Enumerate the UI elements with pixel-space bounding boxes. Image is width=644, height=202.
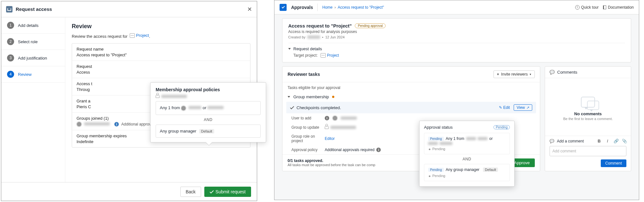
project-icon [130,33,135,38]
request-details-toggle[interactable]: Request details [288,43,625,51]
request-subtitle: Access is required for analysis purposes [288,29,625,34]
target-project-link[interactable]: Project [327,53,339,58]
task-group-row[interactable]: Group membership [282,92,540,102]
chevron-right-icon: › [334,5,336,10]
chevron-down-icon [288,96,290,98]
approved-hint: All tasks must be approved before the ta… [288,163,375,167]
info-icon[interactable]: i [376,148,381,152]
info-icon[interactable]: i [114,122,119,126]
chevron-down-icon [288,48,291,50]
app-title: Approvals [291,5,313,10]
approval-status-popover: Approval status Pending Pending Any 1 fr… [419,121,515,187]
redacted-text [478,137,487,140]
request-access-dialog: Request access ✕ 1 Add details 2 Select … [1,1,257,201]
review-subtitle: Review the access request for Project . [72,33,250,39]
popover-title: Membership approval policies [156,87,261,92]
info-icon[interactable]: i [325,116,329,120]
reviewer-tasks-heading: Reviewer tasks [288,72,320,77]
step-label: Add details [18,23,38,28]
request-meta: Created by • 12 Jun 2024 [288,35,625,39]
tasks-subtitle: Tasks eligible for your approval [282,82,540,92]
step-add-details[interactable]: 1 Add details [1,17,65,34]
editor-role-link[interactable]: Editor [325,136,335,141]
check-icon [209,189,214,193]
step-select-role[interactable]: 2 Select role [1,34,65,50]
breadcrumb-page[interactable]: Access request to "Project" [338,5,384,10]
popover-group-link[interactable] [156,95,261,98]
approval-rule-1: Pending Any 1 from or Pending [424,133,510,154]
row-request-name: Request name Access request to "Project" [72,44,250,61]
documentation-link[interactable]: Documentation [603,5,634,10]
wizard-steps: 1 Add details 2 Select role 3 Add justif… [1,17,65,182]
step-label: Select role [18,39,37,44]
avatar [77,122,82,127]
request-summary-card: Access request to "Project" Pending appr… [282,18,631,62]
page-title: Access request to "Project" [288,23,352,28]
default-tag: Default [483,167,498,172]
dialog-footer: Back Submit request [1,182,257,201]
project-link[interactable]: Project [136,33,149,38]
redacted-text [330,126,356,129]
approval-status-title: Approval status [424,125,453,130]
back-button[interactable]: Back [180,187,201,197]
pending-tag: Pending [428,168,444,172]
step-label: Add justification [18,56,47,61]
status-badge: Pending approval [355,23,386,28]
redacted-text [466,137,476,140]
lock-icon [6,6,12,12]
pending-badge: Pending [493,125,510,129]
approved-count: 0/1 tasks approved. [288,158,375,163]
step-add-justification[interactable]: 3 Add justification [1,50,65,66]
step-label: Review [18,72,32,77]
and-separator: AND [156,117,261,122]
comment-input[interactable]: Add comment [550,146,626,156]
rule-any-group-manager: Any group manager Default [156,125,261,138]
rule-any-1-from: Any 1 from or [156,101,261,115]
redacted-text [307,36,320,39]
default-tag: Default [199,129,214,133]
view-button[interactable]: View ↗ [514,104,532,111]
help-icon: ? [575,5,580,10]
bold-icon[interactable]: B [597,139,601,143]
redacted-text [341,117,357,120]
people-icon [325,126,329,129]
pending-label: Pending [432,147,445,151]
avatar [181,106,186,111]
italic-icon[interactable]: I [605,139,610,143]
people-icon [156,95,159,98]
project-chip[interactable]: Project [130,33,149,38]
step-review[interactable]: 4 Review [1,66,65,83]
created-date: 12 Jun 2024 [325,35,345,39]
add-comment-icon: 💬 [550,139,554,143]
breadcrumb: Home › Access request to "Project" [322,5,384,10]
invite-reviewers-button[interactable]: + Invite reviewers ▾ [493,70,535,78]
quick-tour-link[interactable]: ? Quick tour [575,5,599,10]
check-icon [290,105,294,109]
approval-rule-2: Pending Any group manager Default Pendin… [424,164,510,181]
pending-label: Pending [432,174,445,178]
app-header: Approvals Home › Access request to "Proj… [274,0,639,14]
redacted-text [161,95,187,98]
dialog-header: Request access ✕ [1,1,257,17]
approvals-app: Approvals Home › Access request to "Proj… [274,0,639,200]
submit-request-button[interactable]: Submit request [204,187,251,197]
status-dot-icon [332,96,334,98]
no-comments-hint: Be the first to leave a comment. [563,117,613,121]
link-icon[interactable]: 🔗 [614,139,618,143]
review-content: Review Review the access request for Pro… [65,17,257,182]
attachment-icon[interactable]: 📎 [622,139,626,143]
comment-button[interactable]: Comment [601,159,626,167]
and-separator: AND [424,157,510,161]
redacted-text [440,142,452,145]
approval-policies-popover: Membership approval policies Any 1 from … [150,82,266,142]
no-comments-label: No comments [574,111,602,116]
breadcrumb-home[interactable]: Home [322,5,332,10]
plus-icon: + [497,72,499,77]
close-icon[interactable]: ✕ [247,6,252,13]
checkpoints-row: Checkpoints completed. ✎ Edit View ↗ [286,102,536,113]
edit-button[interactable]: ✎ Edit [499,105,510,110]
comment-icon: 💬 [550,70,555,75]
dialog-title: Request access [16,6,52,12]
target-project-chip[interactable]: Project [321,53,339,58]
document-icon [603,5,606,9]
